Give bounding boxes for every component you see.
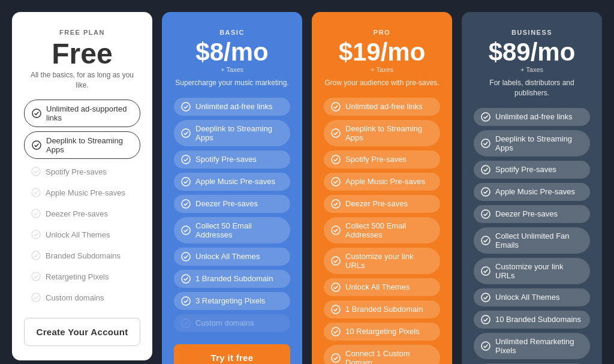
feature-check-icon-basic-6	[181, 252, 191, 261]
plan-card-business: BUSINESS$89/mo+ TaxesFor labels, distrib…	[462, 12, 602, 364]
feature-text-business-5: Collect Unlimited Fan Emails	[495, 231, 583, 249]
plan-price-business: $89/mo	[474, 38, 590, 66]
feature-check-icon-basic-3	[181, 177, 191, 186]
feature-check-icon-pro-9	[331, 327, 341, 336]
svg-point-13	[182, 200, 190, 208]
svg-point-39	[481, 342, 490, 350]
svg-point-14	[182, 226, 190, 234]
feature-item-basic-5: Collect 50 Email Addresses	[174, 217, 290, 243]
svg-point-32	[481, 166, 490, 174]
feature-check-icon-basic-7	[181, 274, 191, 284]
feature-text-basic-0: Unlimited ad-free links	[195, 102, 273, 111]
feature-item-business-1: Deeplink to Streaming Apps	[474, 130, 590, 157]
feature-check-icon-business-0	[481, 112, 490, 122]
plan-price-free: Free	[24, 38, 140, 70]
svg-point-0	[32, 109, 41, 118]
feature-text-free-5: Unlock All Themes	[46, 230, 110, 239]
feature-item-free-8: Custom domains	[24, 289, 140, 306]
feature-item-pro-10: Connect 1 Custom Domain	[324, 345, 440, 364]
feature-check-icon-basic-0	[181, 102, 191, 112]
feature-check-icon-business-2	[481, 165, 490, 175]
plan-label-business: BUSINESS	[474, 29, 590, 36]
feature-text-pro-5: Collect 500 Email Addresses	[345, 221, 433, 239]
svg-point-3	[32, 188, 40, 197]
feature-check-icon-pro-0	[331, 102, 341, 112]
svg-point-29	[332, 354, 340, 362]
feature-item-free-2: Spotify Pre-saves	[24, 163, 140, 180]
svg-point-22	[332, 178, 340, 186]
feature-check-icon-free-3	[31, 188, 41, 197]
svg-point-31	[481, 139, 490, 148]
feature-check-icon-pro-3	[331, 177, 341, 186]
feature-check-icon-pro-8	[331, 305, 341, 314]
svg-point-19	[332, 103, 340, 111]
plan-desc-business: For labels, distributors and publishers.	[474, 78, 590, 98]
feature-item-basic-4: Deezer Pre-saves	[174, 195, 290, 213]
feature-text-free-7: Retargeting Pixels	[46, 272, 109, 281]
svg-point-2	[32, 167, 40, 176]
feature-check-icon-pro-1	[331, 128, 341, 138]
feature-text-basic-9: Custom domains	[195, 318, 254, 327]
plan-card-basic: BASIC$8/mo+ TaxesSupercharge your music …	[162, 12, 302, 364]
svg-point-34	[481, 210, 490, 218]
feature-text-free-1: Deeplink to Streaming Apps	[46, 136, 133, 154]
feature-check-icon-pro-5	[331, 225, 341, 235]
svg-point-16	[182, 275, 190, 283]
feature-item-business-8: 10 Branded Subdomains	[474, 311, 590, 329]
cta-button-free[interactable]: Create Your Account	[24, 318, 140, 346]
svg-point-23	[332, 200, 340, 208]
svg-point-9	[182, 103, 190, 111]
feature-item-free-7: Retargeting Pixels	[24, 268, 140, 285]
feature-item-basic-3: Apple Music Pre-saves	[174, 173, 290, 191]
feature-item-pro-9: 10 Retargeting Pixels	[324, 323, 440, 341]
svg-point-36	[481, 267, 490, 275]
svg-point-33	[481, 188, 490, 196]
feature-text-pro-1: Deeplink to Streaming Apps	[345, 124, 433, 142]
feature-item-pro-1: Deeplink to Streaming Apps	[324, 120, 440, 146]
feature-text-free-3: Apple Music Pre-saves	[46, 188, 125, 197]
feature-check-icon-business-6	[481, 266, 490, 276]
cta-button-basic[interactable]: Try it free	[174, 344, 290, 364]
feature-item-basic-7: 1 Branded Subdomain	[174, 270, 290, 288]
feature-check-icon-basic-5	[181, 225, 191, 235]
feature-item-business-4: Deezer Pre-saves	[474, 205, 590, 223]
plan-taxes-pro: + Taxes	[324, 66, 440, 73]
feature-text-basic-8: 3 Retargeting Pixels	[195, 296, 265, 305]
feature-check-icon-free-6	[31, 251, 41, 260]
feature-text-free-6: Branded Subdomains	[46, 251, 121, 260]
feature-check-icon-free-0	[32, 109, 41, 118]
feature-text-free-4: Deezer Pre-saves	[46, 209, 108, 218]
plan-desc-basic: Supercharge your music marketing.	[174, 78, 290, 88]
feature-text-pro-7: Unlock All Themes	[345, 282, 410, 291]
feature-item-free-4: Deezer Pre-saves	[24, 205, 140, 222]
plan-label-basic: BASIC	[174, 29, 290, 36]
features-list-business: Unlimited ad-free linksDeeplink to Strea…	[474, 108, 590, 364]
feature-text-pro-3: Apple Music Pre-saves	[345, 177, 425, 186]
svg-point-21	[332, 155, 340, 164]
feature-item-business-7: Unlock All Themes	[474, 288, 590, 306]
feature-check-icon-pro-6	[331, 256, 341, 266]
feature-item-pro-8: 1 Branded Subdomain	[324, 300, 440, 318]
feature-check-icon-free-8	[31, 293, 41, 302]
feature-check-icon-pro-4	[331, 199, 341, 209]
feature-check-icon-free-5	[31, 230, 41, 239]
svg-point-35	[481, 236, 490, 245]
feature-check-icon-business-3	[481, 187, 490, 197]
feature-text-pro-9: 10 Retargeting Pixels	[345, 327, 420, 336]
feature-check-icon-business-4	[481, 209, 490, 219]
svg-point-1	[32, 141, 41, 149]
feature-item-pro-2: Spotify Pre-saves	[324, 151, 440, 169]
feature-text-basic-7: 1 Branded Subdomain	[195, 274, 273, 283]
feature-item-business-0: Unlimited ad-free links	[474, 108, 590, 126]
features-list-basic: Unlimited ad-free linksDeeplink to Strea…	[174, 98, 290, 332]
feature-check-icon-basic-1	[181, 128, 191, 138]
plan-desc-pro: Grow your audience with pre-saves.	[324, 78, 440, 88]
feature-check-icon-basic-9	[181, 318, 191, 328]
feature-text-free-2: Spotify Pre-saves	[46, 167, 107, 176]
feature-item-pro-0: Unlimited ad-free links	[324, 98, 440, 116]
feature-text-pro-8: 1 Branded Subdomain	[345, 305, 423, 314]
feature-check-icon-free-1	[32, 140, 41, 150]
svg-point-4	[32, 209, 40, 218]
svg-point-38	[481, 315, 490, 324]
feature-text-basic-1: Deeplink to Streaming Apps	[195, 124, 283, 142]
